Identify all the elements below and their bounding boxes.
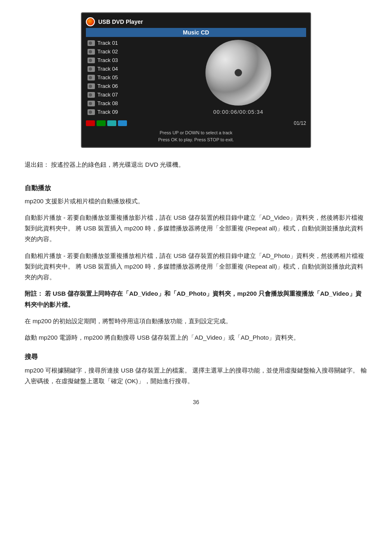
track-item-3[interactable]: Track 03 <box>86 56 168 64</box>
paragraph-autoplay-2: 自動相片播放 - 若要自動播放並重複播放相片檔，請在 USB 儲存裝置的根目錄中… <box>25 251 367 283</box>
track-item-5[interactable]: Track 05 <box>86 73 168 82</box>
track-label-4: Track 04 <box>97 66 118 72</box>
track-label-1: Track 01 <box>97 40 118 46</box>
extra-paragraph-autoplay-1: 啟動 mp200 電源時，mp200 將自動搜尋 USB 儲存裝置上的「AD_V… <box>25 332 367 343</box>
player-controls-bar: 01/12 <box>86 119 306 128</box>
track-label-8: Track 08 <box>97 100 118 106</box>
track-label-6: Track 06 <box>97 83 118 89</box>
track-item-2[interactable]: Track 02 <box>86 47 168 56</box>
track-icon-4 <box>88 66 95 72</box>
track-item-9[interactable]: Track 09 <box>86 108 168 116</box>
track-counter: 01/12 <box>294 120 306 126</box>
track-label-3: Track 03 <box>97 57 118 63</box>
player-subtitle: Music CD <box>183 29 209 36</box>
track-item-7[interactable]: Track 07 <box>86 90 168 99</box>
track-item-6[interactable]: Track 06 <box>86 82 168 90</box>
track-icon-7 <box>88 92 95 98</box>
track-icon-3 <box>88 58 95 63</box>
player-subtitle-bar: Music CD <box>86 28 306 37</box>
section-heading-autoplay: 自動播放 <box>25 182 367 193</box>
bold-note-autoplay: 附註： 若 USB 儲存裝置上同時存在「AD_Video」和「AD_Photo」… <box>25 288 367 310</box>
section-search: 搜尋mp200 可根據關鍵字，搜尋所連接 USB 儲存裝置上的檔案。 選擇主選單… <box>25 351 367 386</box>
track-item-8[interactable]: Track 08 <box>86 99 168 108</box>
eject-note-text: 退出鈕： 按遙控器上的綠色鈕，將光碟退出 DVD 光碟機。 <box>25 161 184 168</box>
instruction-line2: Press OK to play. Press STOP to exit. <box>86 136 306 143</box>
cd-center-hole <box>235 69 242 76</box>
dvd-player-screen: USB DVD Player Music CD Track 01Track 02… <box>81 12 311 148</box>
btn-teal[interactable] <box>107 120 116 126</box>
section-autoplay: 自動播放mp200 支援影片或相片檔的自動播放模式。自動影片播放 - 若要自動播… <box>25 182 367 343</box>
cd-image <box>205 40 271 106</box>
paragraph-autoplay-0: mp200 支援影片或相片檔的自動播放模式。 <box>25 196 367 207</box>
paragraph-search-0: mp200 可根據關鍵字，搜尋所連接 USB 儲存裝置上的檔案。 選擇主選單上的… <box>25 365 367 387</box>
player-title: USB DVD Player <box>98 18 143 25</box>
player-instructions: Press UP or DOWN to select a track Press… <box>86 129 306 143</box>
track-icon-6 <box>88 83 95 89</box>
track-item-4[interactable]: Track 04 <box>86 64 168 73</box>
btn-green[interactable] <box>97 120 106 126</box>
instruction-line1: Press UP or DOWN to select a track <box>86 129 306 136</box>
track-list: Track 01Track 02Track 03Track 04Track 05… <box>86 39 168 116</box>
cd-area: 00:00:06/00:05:34 <box>171 39 306 116</box>
player-header: USB DVD Player <box>86 17 306 26</box>
paragraph-autoplay-1: 自動影片播放 - 若要自動播放並重複播放影片檔，請在 USB 儲存裝置的根目錄中… <box>25 212 367 245</box>
dvd-player-logo <box>86 17 95 26</box>
page-number-text: 36 <box>193 399 199 405</box>
track-icon-5 <box>88 75 95 80</box>
track-icon-8 <box>88 101 95 106</box>
track-icon-1 <box>88 40 95 46</box>
extra-paragraph-autoplay-0: 在 mp200 的初始設定期間，將暫時停用這項自動播放功能，直到設定完成。 <box>25 316 367 327</box>
btn-red[interactable] <box>86 120 95 126</box>
eject-note: 退出鈕： 按遙控器上的綠色鈕，將光碟退出 DVD 光碟機。 <box>25 159 367 170</box>
track-icon-9 <box>88 109 95 115</box>
track-label-9: Track 09 <box>97 109 118 115</box>
track-label-7: Track 07 <box>97 92 118 98</box>
track-item-1[interactable]: Track 01 <box>86 39 168 47</box>
page-number: 36 <box>25 399 367 405</box>
section-heading-search: 搜尋 <box>25 351 367 362</box>
track-label-2: Track 02 <box>97 48 118 55</box>
cd-time-display: 00:00:06/00:05:34 <box>213 109 263 115</box>
track-label-5: Track 05 <box>97 74 118 80</box>
dvd-player-screenshot-wrapper: USB DVD Player Music CD Track 01Track 02… <box>25 12 367 148</box>
btn-blue[interactable] <box>118 120 127 126</box>
player-body: Track 01Track 02Track 03Track 04Track 05… <box>86 39 306 116</box>
track-icon-2 <box>88 49 95 55</box>
